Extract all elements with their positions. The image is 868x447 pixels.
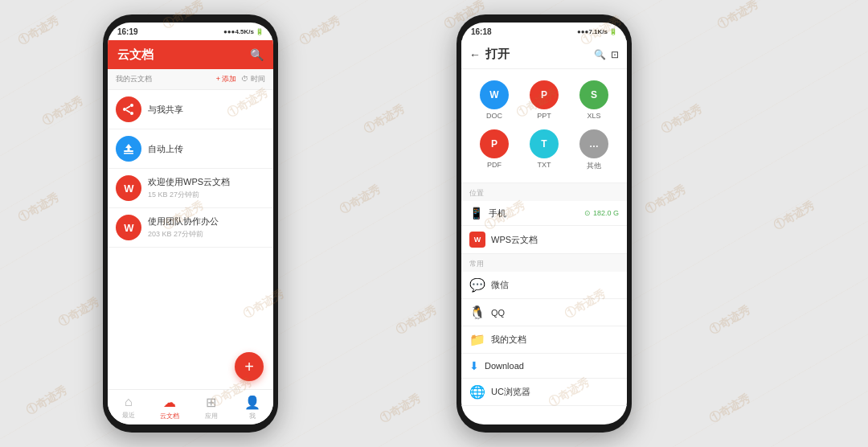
status-bar-right: 16:18 ●●●7.1K/s 🔋 [461,23,627,40]
common-section-header: 常用 [461,254,627,272]
list-item-upload[interactable]: 自动上传 [108,129,273,169]
filetype-xls[interactable]: S XLS [569,76,619,125]
nav-me[interactable]: 👤 我 [232,395,274,420]
search-icon-left[interactable]: 🔍 [250,48,264,61]
sub-header-left: 我的云文档 + 添加 ⏱ 时间 [108,69,273,90]
app-header-left: 云文档 🔍 [108,40,273,69]
nav-me-label: 我 [249,412,256,420]
phone-loc-size: ⊙ 182.0 G [584,209,619,217]
back-button[interactable]: ← [469,48,481,61]
uc-icon: 🌐 [469,384,485,400]
filetype-txt[interactable]: T TXT [519,125,569,176]
phone-loc-icon: 📱 [469,207,483,219]
time-right: 16:18 [471,27,492,36]
phone-left-screen: 16:19 ●●●4.5K/s 🔋 云文档 🔍 我的云文档 + 添加 ⏱ 时间 [108,23,273,424]
svg-point-0 [130,104,133,107]
time-filter[interactable]: ⏱ 时间 [241,74,265,84]
grid-icon-right[interactable]: ⊡ [611,49,619,60]
filetype-ppt[interactable]: P PPT [519,76,569,125]
doc-label: DOC [486,112,502,120]
svg-marker-7 [125,144,132,150]
wps-loc-icon: W [469,232,485,248]
filetype-doc[interactable]: W DOC [469,76,519,125]
open-title: 打开 [485,47,589,62]
my-cloud-label: 我的云文档 [116,74,152,84]
list-item-team[interactable]: W 使用团队协作办公 203 KB 27分钟前 [108,208,273,248]
fab-button[interactable]: + [235,352,264,381]
location-wps[interactable]: W WPS云文档 [461,226,627,254]
location-phone[interactable]: 📱 手机 ⊙ 182.0 G [461,201,627,226]
location-section-header: 位置 [461,183,627,201]
svg-line-4 [126,110,130,113]
app-title-left: 云文档 [117,47,154,63]
phone-right-screen: 16:18 ●●●7.1K/s 🔋 ← 打开 🔍 ⊡ W DOC P PPT [461,23,627,424]
common-wechat[interactable]: 💬 微信 [461,272,627,299]
qq-label: QQ [491,308,505,318]
wps-icon-2: W [116,215,141,240]
list-item-share[interactable]: 与我共享 [108,90,273,129]
bottom-nav-left: ⌂ 最近 ☁ 云文档 ⊞ 应用 👤 我 [108,389,273,424]
share-icon [116,96,141,122]
doc-icon: W [480,80,509,109]
svg-line-3 [126,106,130,109]
welcome-content: 欢迎使用WPS云文档 15 KB 27分钟前 [148,176,265,200]
nav-apps-label: 应用 [205,412,218,420]
phone-loc-label: 手机 [489,207,579,219]
txt-label: TXT [537,161,551,169]
nav-cloud[interactable]: ☁ 云文档 [149,395,191,420]
nav-apps[interactable]: ⊞ 应用 [190,395,232,420]
svg-rect-6 [124,153,133,154]
download-icon: ⬇ [469,359,479,372]
qq-icon: 🐧 [469,305,485,320]
xls-label: XLS [587,112,600,120]
share-title: 与我共享 [148,104,265,116]
svg-rect-5 [124,150,133,152]
open-header-icons: 🔍 ⊡ [594,49,619,60]
txt-icon: T [530,129,559,158]
team-content: 使用团队协作办公 203 KB 27分钟前 [148,215,265,240]
uc-label: UC浏览器 [491,386,530,398]
upload-content: 自动上传 [148,143,265,155]
cloud-icon: ☁ [163,395,176,410]
other-label: 其他 [587,161,601,171]
common-mydocs[interactable]: 📁 我的文档 [461,326,627,354]
pdf-icon: P [480,129,509,158]
nav-recent-label: 最近 [122,411,135,420]
sub-header-actions: + 添加 ⏱ 时间 [216,74,265,84]
welcome-title: 欢迎使用WPS云文档 [148,176,265,188]
status-icons-left: ●●●4.5K/s 🔋 [223,28,264,35]
nav-cloud-label: 云文档 [160,412,179,420]
ppt-label: PPT [537,112,551,120]
mydocs-label: 我的文档 [491,334,526,346]
search-icon-right[interactable]: 🔍 [594,49,606,60]
time-left: 16:19 [117,27,138,36]
common-download[interactable]: ⬇ Download [461,354,627,379]
filetype-pdf[interactable]: P PDF [469,125,519,176]
common-qq[interactable]: 🐧 QQ [461,299,627,326]
mydocs-icon: 📁 [469,332,485,347]
phone-left: 16:19 ●●●4.5K/s 🔋 云文档 🔍 我的云文档 + 添加 ⏱ 时间 [103,14,278,433]
wechat-label: 微信 [491,279,509,291]
file-type-grid: W DOC P PPT S XLS P PDF T TXT … 其他 [461,69,627,183]
ppt-icon: P [530,80,559,109]
phone-right: 16:18 ●●●7.1K/s 🔋 ← 打开 🔍 ⊡ W DOC P PPT [457,14,632,433]
open-header: ← 打开 🔍 ⊡ [461,40,627,69]
team-subtitle: 203 KB 27分钟前 [148,229,265,240]
status-bar-left: 16:19 ●●●4.5K/s 🔋 [108,23,273,40]
add-button[interactable]: + 添加 [216,74,237,84]
download-label: Download [485,361,524,371]
other-icon: … [579,129,608,158]
list-item-welcome[interactable]: W 欢迎使用WPS云文档 15 KB 27分钟前 [108,169,273,208]
share-content: 与我共享 [148,104,265,116]
wps-icon-1: W [116,175,141,201]
wechat-icon: 💬 [469,277,485,293]
home-icon: ⌂ [125,395,133,409]
upload-title: 自动上传 [148,143,265,155]
common-uc[interactable]: 🌐 UC浏览器 [461,379,627,406]
svg-point-2 [130,112,133,115]
nav-recent[interactable]: ⌂ 最近 [108,395,149,420]
team-title: 使用团队协作办公 [148,215,265,228]
filetype-other[interactable]: … 其他 [569,125,619,176]
apps-icon: ⊞ [206,395,216,410]
svg-point-1 [123,108,126,111]
